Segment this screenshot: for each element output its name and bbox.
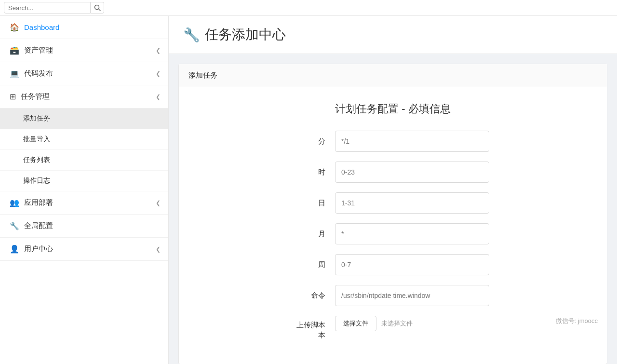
form-row-month: 月: [188, 223, 597, 244]
form-label-hour: 时: [296, 168, 325, 177]
sidebar-subitem-batch-import[interactable]: 批量导入: [0, 129, 168, 150]
code-icon: 💻: [10, 69, 19, 78]
sidebar-item-task-mgmt[interactable]: ⊞ 任务管理 ❮: [0, 85, 168, 108]
form-label-day: 日: [296, 199, 325, 208]
form-row-minute: 分: [188, 131, 597, 152]
card-header-label: 添加任务: [188, 71, 217, 79]
upload-controls: 选择文件 未选择文件: [335, 316, 489, 331]
layout: 🏠 Dashboard 🗃️ 资产管理 ❮ 💻 代码发布 ❮ ⊞ 任务管理 ❮ …: [0, 16, 617, 364]
dashboard-icon: 🏠: [10, 23, 19, 32]
form-row-command: 命令: [188, 285, 597, 306]
input-day[interactable]: [335, 192, 489, 214]
chevron-icon: ❮: [156, 70, 161, 77]
chevron-icon: ❮: [156, 47, 161, 54]
input-minute[interactable]: [335, 131, 489, 152]
search-button[interactable]: [91, 2, 104, 13]
form-row-hour: 时: [188, 162, 597, 183]
form-label-week: 周: [296, 260, 325, 270]
sidebar-item-label: 代码发布: [24, 69, 53, 78]
page-title-text: 任务添加中心: [205, 26, 286, 44]
sidebar-item-dashboard[interactable]: 🏠 Dashboard: [0, 16, 168, 39]
upload-status: 未选择文件: [381, 319, 413, 328]
sidebar-subitem-operation-log[interactable]: 操作日志: [0, 171, 168, 191]
chevron-icon: ❮: [156, 200, 161, 206]
sidebar-subitem-task-list[interactable]: 任务列表: [0, 150, 168, 171]
input-week[interactable]: [335, 254, 489, 275]
main-card: 添加任务 计划任务配置 - 必填信息 分 时: [178, 64, 607, 364]
top-bar: [0, 0, 617, 16]
sidebar: 🏠 Dashboard 🗃️ 资产管理 ❮ 💻 代码发布 ❮ ⊞ 任务管理 ❮ …: [0, 16, 169, 364]
sidebar-subitem-add-task[interactable]: 添加任务: [0, 108, 168, 129]
app-deploy-icon: 👥: [10, 198, 19, 207]
svg-line-1: [98, 9, 100, 11]
page-title: 🔧 任务添加中心: [183, 26, 286, 44]
sidebar-item-app-deploy[interactable]: 👥 应用部署 ❮: [0, 191, 168, 215]
sidebar-item-asset-mgmt[interactable]: 🗃️ 资产管理 ❮: [0, 39, 168, 62]
sidebar-subitem-label: 操作日志: [23, 176, 50, 185]
sidebar-subitem-label: 批量导入: [23, 135, 50, 144]
sidebar-item-label: 全局配置: [24, 221, 53, 230]
form-row-week: 周: [188, 254, 597, 275]
form-label-upload: 上传脚本本: [296, 316, 325, 340]
input-hour[interactable]: [335, 162, 489, 183]
sidebar-item-label: 用户中心: [24, 244, 53, 254]
card-header: 添加任务: [179, 64, 607, 87]
input-month[interactable]: [335, 223, 489, 244]
sidebar-item-code-deploy[interactable]: 💻 代码发布 ❮: [0, 62, 168, 85]
form-row-upload: 上传脚本本 选择文件 未选择文件: [188, 316, 597, 340]
user-center-icon: 👤: [10, 244, 19, 254]
content-area: 添加任务 计划任务配置 - 必填信息 分 时: [169, 54, 617, 364]
input-command[interactable]: [335, 285, 489, 306]
card-body: 计划任务配置 - 必填信息 分 时 日: [179, 87, 607, 364]
sidebar-item-label: 任务管理: [21, 92, 50, 101]
chevron-icon: ❮: [156, 246, 161, 253]
page-header: 🔧 任务添加中心: [169, 16, 617, 54]
form-label-command: 命令: [296, 291, 325, 300]
global-config-icon: 🔧: [10, 221, 19, 230]
search-input[interactable]: [4, 2, 91, 13]
main-content: 🔧 任务添加中心 添加任务 计划任务配置 - 必填信息 分: [169, 16, 617, 364]
asset-icon: 🗃️: [10, 46, 19, 55]
sidebar-subitem-label: 添加任务: [23, 114, 50, 123]
wrench-icon: 🔧: [183, 27, 200, 43]
task-icon: ⊞: [10, 92, 16, 101]
sidebar-item-label: 应用部署: [24, 198, 53, 207]
upload-button[interactable]: 选择文件: [335, 316, 376, 331]
form-section-title: 计划任务配置 - 必填信息: [188, 102, 597, 116]
form-label-minute: 分: [296, 137, 325, 146]
chevron-icon: ❮: [156, 94, 161, 100]
form-row-day: 日: [188, 192, 597, 214]
sidebar-subitem-label: 任务列表: [23, 156, 50, 164]
sidebar-item-user-center[interactable]: 👤 用户中心 ❮: [0, 238, 168, 261]
form-label-month: 月: [296, 229, 325, 239]
sidebar-item-label: Dashboard: [24, 23, 59, 31]
sidebar-item-global-config[interactable]: 🔧 全局配置: [0, 215, 168, 238]
sidebar-item-label: 资产管理: [24, 46, 53, 55]
